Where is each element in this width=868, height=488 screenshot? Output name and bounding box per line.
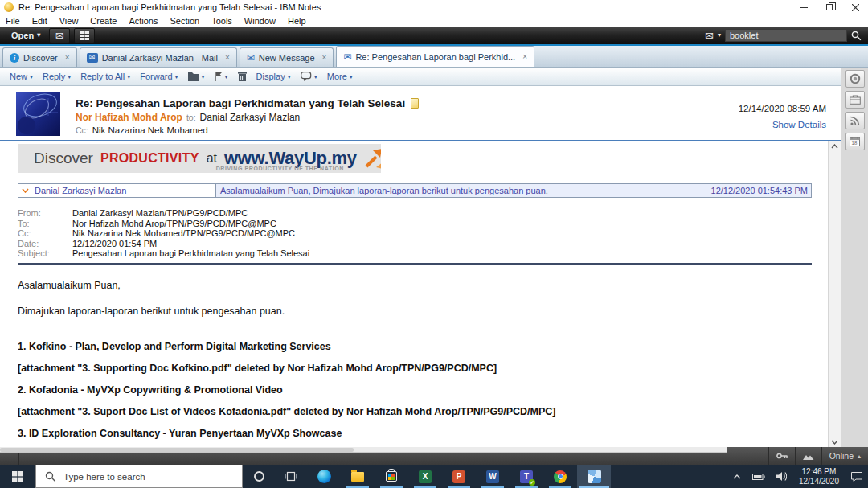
new-button[interactable]: New▾: [5, 68, 38, 85]
avatar-graphic: [16, 92, 60, 136]
menu-tools[interactable]: Tools: [211, 16, 232, 26]
battery-indicator[interactable]: [747, 465, 771, 488]
menu-edit[interactable]: Edit: [32, 16, 47, 26]
briefcase-panel-button[interactable]: [845, 91, 865, 109]
tab-mail[interactable]: ✉ Danial Zarkasyi Mazlan - Mail ×: [80, 47, 237, 67]
reply-to-all-button[interactable]: Reply to All▾: [76, 68, 135, 85]
taskbar-ibm-notes[interactable]: [577, 465, 611, 488]
security-status[interactable]: [768, 447, 795, 465]
tab-close-icon[interactable]: ×: [225, 53, 230, 62]
thread-sender-cell[interactable]: Danial Zarkasyi Mazlan: [18, 184, 216, 197]
tab-discover[interactable]: i Discover ×: [2, 47, 77, 67]
cc-name[interactable]: Nik Nazarina Nek Mohamed: [92, 125, 208, 135]
collapsed-thread-row[interactable]: Danial Zarkasyi Mazlan Asalamualaikum Pu…: [18, 183, 812, 198]
teams-status-icon: ✓: [529, 479, 535, 486]
thread-preview-cell[interactable]: Asalamualaikum Puan, Dimajukan laporan-l…: [216, 184, 689, 197]
search-scope-mail-icon[interactable]: ✉: [705, 31, 714, 41]
expand-chevron-icon[interactable]: [22, 188, 29, 193]
open-button[interactable]: Open ▾: [6, 27, 45, 44]
search-icon[interactable]: [851, 31, 862, 41]
body-greeting: Asalamualaikum Puan,: [18, 280, 812, 291]
scrollbar-thumb[interactable]: [0, 448, 354, 452]
notes-search-input[interactable]: [725, 29, 847, 42]
message-content: Discover PRODUCTIVITY at www.WayUp.my DR…: [0, 141, 828, 447]
wayup-ad-banner[interactable]: Discover PRODUCTIVITY at www.WayUp.my DR…: [18, 144, 381, 173]
tab-close-icon[interactable]: ×: [522, 52, 527, 61]
recipient-name[interactable]: Danial Zarkasyi Mazlan: [200, 112, 301, 123]
search-scope-caret-icon[interactable]: ▾: [718, 32, 721, 39]
menu-help[interactable]: Help: [288, 16, 306, 26]
move-to-folder-button[interactable]: ▾: [183, 72, 210, 81]
open-list-button[interactable]: [845, 70, 865, 88]
ibm-notes-icon: [588, 470, 601, 483]
tab-new-message[interactable]: ✉ New Message ×: [240, 47, 334, 67]
flag-button[interactable]: ▾: [210, 72, 233, 81]
target-circle-icon: [850, 73, 861, 84]
taskbar-store[interactable]: [375, 465, 408, 488]
mail-toolbar-button[interactable]: ✉: [49, 28, 70, 43]
search-icon: [45, 471, 56, 482]
action-center-button[interactable]: [845, 465, 868, 488]
sender-name[interactable]: Nor Hafizah Mohd Arop: [76, 112, 182, 123]
taskbar-word[interactable]: W: [476, 465, 510, 488]
task-view-button[interactable]: [275, 465, 307, 488]
taskbar-excel[interactable]: X: [408, 465, 442, 488]
grid-icon: [80, 31, 89, 40]
online-status-label: Online: [829, 451, 854, 461]
body-item-title: 2. Kofadonia - MyVXp Copywriting & Promo…: [18, 384, 812, 396]
thread-timestamp: 12/12/2020 01:54:43 PM: [711, 186, 808, 195]
taskbar-file-explorer[interactable]: [341, 465, 375, 488]
volume-indicator[interactable]: [771, 465, 792, 488]
menu-file[interactable]: File: [6, 16, 20, 26]
hidden-icons-button[interactable]: [727, 465, 747, 488]
thread-preview: Asalamualaikum Puan, Dimajukan laporan-l…: [220, 186, 548, 195]
tab-bar: i Discover × ✉ Danial Zarkasyi Mazlan - …: [0, 46, 868, 68]
start-button[interactable]: [0, 465, 35, 488]
forward-button[interactable]: Forward▾: [135, 68, 182, 85]
close-button[interactable]: [842, 0, 868, 14]
calendar-icon: 18: [850, 137, 860, 146]
scroll-up-icon[interactable]: [831, 144, 838, 149]
message-content-row: Discover PRODUCTIVITY at www.WayUp.my DR…: [0, 141, 841, 447]
menu-section[interactable]: Section: [170, 16, 199, 26]
horizontal-scrollbar[interactable]: [0, 447, 727, 453]
cc-row: Cc: Nik Nazarina Nek Mohamed: [76, 125, 841, 135]
chat-bubble-button[interactable]: ▾: [296, 72, 322, 81]
minimize-button[interactable]: [791, 0, 817, 14]
tab-current-message[interactable]: ✉ Re: Pengesahan Laporan bagi Perkhid...…: [336, 46, 534, 67]
taskbar-edge[interactable]: [307, 465, 341, 488]
show-details-link[interactable]: Show Details: [739, 120, 826, 129]
taskbar-clock[interactable]: 12:46 PM 12/14/2020: [792, 465, 845, 488]
menu-create[interactable]: Create: [90, 16, 117, 26]
taskbar-teams[interactable]: T✓: [510, 465, 543, 488]
network-status[interactable]: [795, 447, 821, 465]
more-button[interactable]: More▾: [322, 68, 358, 85]
cortana-button[interactable]: [243, 465, 275, 488]
taskbar-powerpoint[interactable]: P: [442, 465, 476, 488]
tab-close-icon[interactable]: ×: [322, 53, 327, 62]
workspace-grid-button[interactable]: [74, 28, 95, 43]
message-fields: From:Danial Zarkasyi Mazlan/TPN/PG9/PCD/…: [18, 208, 812, 265]
restore-button[interactable]: [817, 0, 842, 14]
reply-button[interactable]: Reply▾: [38, 68, 76, 85]
message-date: 12/14/2020 08:59 AM: [739, 104, 826, 113]
field-row-subject: Subject:Pengesahan Laporan bagi Perkhidm…: [18, 248, 812, 259]
calendar-panel-button[interactable]: 18: [845, 133, 865, 150]
chevron-down-icon: ▾: [127, 73, 130, 80]
taskbar-search[interactable]: [35, 465, 243, 488]
vertical-scrollbar[interactable]: [828, 141, 841, 447]
menu-window[interactable]: Window: [244, 16, 276, 26]
online-status-dropdown[interactable]: Online ▴: [821, 447, 868, 465]
scroll-down-icon[interactable]: [831, 440, 838, 445]
taskbar-chrome[interactable]: [543, 465, 577, 488]
delete-button[interactable]: [233, 72, 252, 81]
menu-actions[interactable]: Actions: [129, 16, 158, 26]
tab-close-icon[interactable]: ×: [65, 53, 70, 62]
chevron-down-icon: ▾: [314, 73, 317, 80]
menu-view[interactable]: View: [59, 16, 79, 26]
display-button[interactable]: Display▾: [252, 68, 296, 85]
feeds-panel-button[interactable]: [845, 112, 865, 129]
menu-bar: File Edit View Create Actions Section To…: [0, 14, 868, 27]
rss-icon: [850, 116, 860, 125]
taskbar-search-input[interactable]: [63, 472, 242, 482]
